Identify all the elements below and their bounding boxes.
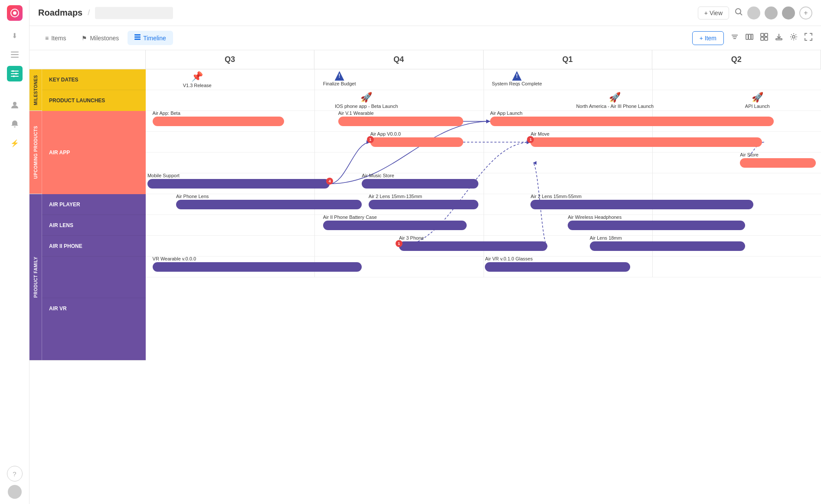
bar-0[interactable] xyxy=(153,117,285,126)
sidebar-icon-roadmap[interactable] xyxy=(7,66,23,81)
bar-16[interactable] xyxy=(485,262,630,272)
svg-line-13 xyxy=(740,13,742,16)
bar-label-1: Air V.1 Wearable xyxy=(338,111,374,116)
group-row-product-launches: PRODUCT LAUNCHES xyxy=(42,90,146,111)
bar-label-9: Air 2 Lens 15mm-135mm xyxy=(369,194,422,199)
bar-label-6: Mobile Support xyxy=(147,173,180,178)
bar-label-10: Air 2 Lens 15mm-55mm xyxy=(530,194,581,199)
timeline-scroll[interactable]: Q3 Q4 Q1 Q2 xyxy=(146,50,821,504)
fullscreen-icon[interactable] xyxy=(805,33,812,43)
user-avatar-3[interactable] xyxy=(782,7,795,20)
breadcrumb[interactable] xyxy=(95,7,173,19)
group-product-family: PRODUCT FAMILY AIR PLAYER AIR LENS AIR I… xyxy=(29,194,146,361)
timeline-area: MILESTONES KEY DATES PRODUCT LAUNCHES UP… xyxy=(29,50,821,504)
svg-rect-6 xyxy=(11,73,19,74)
launch-marker-2: 🚀API Launch xyxy=(745,92,770,109)
svg-rect-2 xyxy=(11,52,19,52)
group-upcoming-label: UPCOMING PRODUCTS xyxy=(32,124,40,180)
q4-header: Q4 xyxy=(314,50,483,69)
q3-header: Q3 xyxy=(146,50,314,69)
svg-point-8 xyxy=(12,70,14,72)
quarter-headers: Q3 Q4 Q1 Q2 xyxy=(146,50,821,69)
tab-milestones[interactable]: ⚑ Milestones xyxy=(75,31,126,45)
bar-13[interactable] xyxy=(399,241,548,251)
bar-12[interactable] xyxy=(568,221,745,230)
bar-7[interactable] xyxy=(362,179,478,189)
sidebar-icon-bell[interactable] xyxy=(7,116,23,132)
bar-4[interactable] xyxy=(530,137,762,147)
layout-icon[interactable] xyxy=(760,33,768,43)
user-avatar-2[interactable] xyxy=(765,7,778,20)
view-button[interactable]: + View xyxy=(698,7,729,20)
sidebar-icon-help[interactable]: ? xyxy=(7,466,23,481)
user-avatar[interactable] xyxy=(8,485,22,499)
settings-icon[interactable] xyxy=(790,33,798,43)
columns-icon[interactable] xyxy=(746,33,753,43)
svg-rect-15 xyxy=(134,36,141,38)
bar-14[interactable] xyxy=(590,241,745,251)
bar-label-12: Air Wireless Headphones xyxy=(568,215,621,220)
badge-13: 1 xyxy=(396,240,402,247)
bar-8[interactable] xyxy=(176,200,362,209)
svg-rect-16 xyxy=(134,39,141,40)
sidebar-icon-list[interactable] xyxy=(7,47,23,62)
group-row-air-app: AIR APP xyxy=(42,111,146,194)
svg-rect-4 xyxy=(11,57,19,58)
group-row-air-vr: AIR VR xyxy=(42,298,146,319)
sidebar-icon-person[interactable] xyxy=(7,97,23,113)
bar-9[interactable] xyxy=(369,200,478,209)
bar-11[interactable] xyxy=(323,221,467,230)
vgrid-1 xyxy=(314,69,315,277)
bar-5[interactable] xyxy=(740,158,816,168)
sidebar-icon-download[interactable]: ⬇ xyxy=(7,28,23,43)
add-item-button[interactable]: + Item xyxy=(692,31,724,45)
group-product-family-label: PRODUCT FAMILY xyxy=(32,255,40,299)
group-milestones: MILESTONES KEY DATES PRODUCT LAUNCHES xyxy=(29,69,146,111)
bar-1[interactable] xyxy=(338,117,463,126)
tab-milestones-label: Milestones xyxy=(90,35,119,42)
bar-3[interactable] xyxy=(370,137,463,147)
milestones-icon: ⚑ xyxy=(82,35,87,42)
tab-items[interactable]: ≡ Items xyxy=(38,31,73,45)
group-row-air-ii-phone: AIR II PHONE xyxy=(42,236,146,257)
q2-header: Q2 xyxy=(652,50,821,69)
add-user-button[interactable]: + xyxy=(799,7,812,20)
group-row-empty xyxy=(42,257,146,298)
svg-rect-26 xyxy=(765,37,768,40)
bar-label-4: Air Move xyxy=(530,131,549,137)
user-avatar-1[interactable] xyxy=(747,7,760,20)
app-logo[interactable] xyxy=(7,5,23,21)
toolbar-icons xyxy=(731,33,812,43)
bar-15[interactable] xyxy=(153,262,362,272)
tab-timeline[interactable]: Timeline xyxy=(128,31,173,45)
launch-marker-0: 🚀North America - Air III Phone Launch xyxy=(576,92,654,109)
bar-label-8: Air Phone Lens xyxy=(176,194,209,199)
bar-label-15: VR Wearable v.0.0.0 xyxy=(153,256,196,261)
bar-2[interactable] xyxy=(490,117,774,126)
main-content: Roadmaps / + View + ≡ xyxy=(29,0,821,504)
bar-10[interactable] xyxy=(530,200,753,209)
milestone-marker-2: !System Reqs Complete xyxy=(492,71,542,86)
export-icon[interactable] xyxy=(775,33,783,43)
bar-6[interactable] xyxy=(147,179,330,189)
svg-rect-14 xyxy=(134,34,141,36)
svg-rect-21 xyxy=(749,34,751,39)
bar-label-5: Air Store xyxy=(740,152,759,157)
group-upcoming: UPCOMING PRODUCTS AIR APP xyxy=(29,111,146,194)
topbar: Roadmaps / + View + xyxy=(29,0,821,26)
filter-icon[interactable] xyxy=(731,33,739,43)
bar-label-16: Air VR v.0.1.0 Glasses xyxy=(485,256,533,261)
milestone-marker-0: 📌V1.3 Release xyxy=(183,71,212,88)
tab-items-label: Items xyxy=(51,35,66,42)
svg-rect-24 xyxy=(765,33,768,36)
svg-rect-20 xyxy=(746,34,748,39)
timeline-icon xyxy=(134,34,141,42)
sidebar-icon-bolt[interactable]: ⚡ xyxy=(7,135,23,151)
group-row-key-dates: KEY DATES xyxy=(42,69,146,90)
svg-rect-5 xyxy=(11,71,19,72)
search-icon[interactable] xyxy=(734,7,743,18)
group-row-air-lens: AIR LENS xyxy=(42,215,146,236)
svg-point-1 xyxy=(13,11,16,15)
bar-label-3: Air App V0.0.0 xyxy=(370,131,401,137)
bar-label-7: Air Music Store xyxy=(362,173,394,178)
